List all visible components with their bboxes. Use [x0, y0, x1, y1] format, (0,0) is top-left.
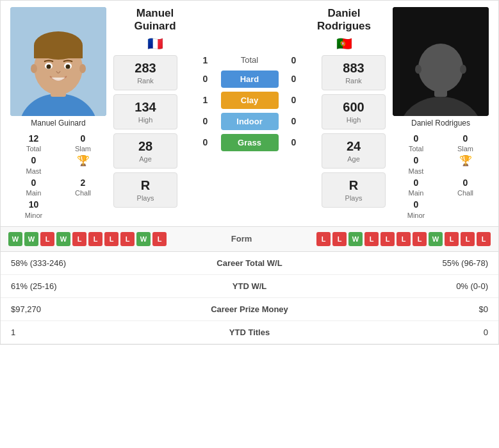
form-badge: W: [348, 232, 363, 246]
svg-point-8: [47, 65, 51, 69]
hard-left-score: 0: [198, 74, 213, 84]
right-total-label: Total: [409, 144, 423, 153]
left-plays-box: R Plays: [113, 172, 177, 208]
right-trophy-icon: 🏆: [459, 154, 472, 168]
right-minor-cell: 0 Minor: [395, 199, 438, 219]
right-mast-cell: 0 Mast: [395, 154, 438, 175]
left-form-badges: WWLWLLLLWL: [8, 232, 167, 246]
right-age-lbl: Age: [326, 155, 381, 163]
left-minor-label: Minor: [25, 211, 43, 220]
stats-row-right-value: 55% (96-78): [314, 258, 489, 268]
hard-btn[interactable]: Hard: [221, 71, 279, 88]
right-player-name-line1: Daniel: [327, 7, 360, 20]
total-right-score: 0: [286, 55, 302, 65]
clay-btn[interactable]: Clay: [221, 92, 279, 109]
left-age-box: 28 Age: [113, 133, 177, 169]
left-stat-panel: 283 Rank 134 High 28 Age R Plays: [113, 55, 177, 208]
right-stat-panel: 883 Rank 600 High 24 Age R Plays: [322, 55, 386, 208]
right-total-cell: 0 Total: [395, 133, 438, 153]
form-badge: W: [24, 232, 38, 246]
stats-row-center-label: YTD W/L: [186, 281, 314, 291]
left-main-value: 0: [31, 177, 37, 188]
right-chall-cell: 0 Chall: [444, 177, 487, 197]
form-badge: L: [104, 232, 119, 246]
stats-row-right-value: 0: [314, 328, 489, 337]
grass-row: 0 Grass 0: [183, 134, 316, 151]
total-label: Total: [221, 55, 279, 65]
form-badge: W: [429, 232, 443, 246]
top-section: Manuel Guinard 12 Total 0 Slam 0 Mast 🏆: [1, 1, 498, 226]
center-inner: 283 Rank 134 High 28 Age R Plays: [113, 55, 386, 208]
form-badge: L: [152, 232, 167, 246]
left-high-box: 134 High: [113, 94, 177, 129]
right-player-area: Daniel Rodrigues 0 Total 0 Slam 0 Mast 🏆: [389, 7, 492, 220]
clay-right-score: 0: [286, 95, 302, 105]
left-player-flag: 🇫🇷: [147, 36, 163, 51]
right-player-stats-box: 0 Total 0 Slam 0 Mast 🏆 0 Main: [389, 133, 492, 220]
left-player-name-under: Manuel Guinard: [31, 119, 85, 128]
grass-left-score: 0: [198, 137, 213, 147]
right-high-lbl: High: [326, 116, 381, 124]
right-player-name-line2: Rodrigues: [317, 20, 371, 33]
right-slam-value: 0: [463, 133, 468, 144]
left-main-label: Main: [26, 188, 42, 197]
form-badge: L: [40, 232, 54, 246]
center-area: Manuel Guinard 🇫🇷 Daniel Rodrigues 🇵🇹 28…: [113, 7, 386, 220]
left-plays-val: R: [118, 178, 173, 193]
stats-row: $97,270Career Prize Money$0: [1, 298, 498, 321]
left-mast-value: 0: [31, 154, 37, 166]
right-main-value: 0: [414, 177, 419, 188]
indoor-right-score: 0: [286, 116, 302, 126]
right-trophy-cell: 🏆: [444, 154, 487, 175]
right-rank-val: 883: [326, 61, 381, 76]
right-chall-label: Chall: [457, 188, 473, 197]
form-badge: L: [397, 232, 411, 246]
grass-btn[interactable]: Grass: [221, 134, 279, 151]
form-badge: L: [88, 232, 102, 246]
stats-row-left-value: 1: [11, 328, 186, 337]
right-plays-lbl: Plays: [326, 194, 381, 202]
left-name-block: Manuel Guinard 🇫🇷: [113, 7, 197, 51]
form-badge: W: [136, 232, 151, 246]
left-rank-box: 283 Rank: [113, 55, 177, 90]
svg-point-10: [31, 64, 37, 73]
stats-row-center-label: Career Total W/L: [186, 258, 314, 268]
left-chall-value: 2: [81, 177, 86, 188]
stats-row-right-value: 0% (0-0): [314, 281, 489, 291]
right-chall-value: 0: [463, 177, 468, 188]
left-total-value: 12: [29, 133, 39, 144]
grass-right-score: 0: [286, 137, 302, 147]
svg-rect-5: [34, 46, 83, 58]
right-age-val: 24: [326, 139, 381, 154]
right-main-cell: 0 Main: [395, 177, 438, 197]
indoor-btn[interactable]: Indoor: [221, 113, 279, 130]
hard-right-score: 0: [286, 74, 302, 84]
stats-row-center-label: YTD Titles: [186, 328, 314, 337]
left-trophy-icon: 🏆: [77, 154, 90, 168]
left-age-val: 28: [118, 139, 173, 154]
form-badge: W: [8, 232, 22, 246]
left-slam-label: Slam: [75, 144, 91, 153]
career-stats-rows: 58% (333-246)Career Total W/L55% (96-78)…: [1, 251, 498, 344]
left-plays-lbl: Plays: [118, 194, 173, 202]
right-slam-label: Slam: [457, 144, 473, 153]
right-form-badges: LLWLLLLWLLL: [316, 232, 491, 246]
stats-row-center-label: Career Prize Money: [186, 304, 314, 314]
left-player-stats-box: 12 Total 0 Slam 0 Mast 🏆 0 Main: [7, 133, 110, 220]
stats-row: 58% (333-246)Career Total W/L55% (96-78): [1, 252, 498, 275]
left-rank-val: 283: [118, 61, 173, 76]
right-age-box: 24 Age: [322, 133, 386, 169]
left-chall-label: Chall: [75, 188, 91, 197]
stats-row: 61% (25-16)YTD W/L0% (0-0): [1, 275, 498, 298]
form-badge: L: [380, 232, 395, 246]
form-badge: L: [461, 232, 475, 246]
left-total-cell: 12 Total: [12, 133, 55, 153]
total-row: 1 Total 0: [183, 55, 316, 65]
left-player-name-line2: Guinard: [134, 20, 176, 33]
form-badge: L: [332, 232, 347, 246]
right-rank-box: 883 Rank: [322, 55, 386, 90]
left-total-label: Total: [26, 144, 41, 153]
right-total-value: 0: [414, 133, 419, 144]
names-row: Manuel Guinard 🇫🇷 Daniel Rodrigues 🇵🇹: [113, 7, 386, 51]
stats-row-left-value: $97,270: [11, 304, 186, 314]
